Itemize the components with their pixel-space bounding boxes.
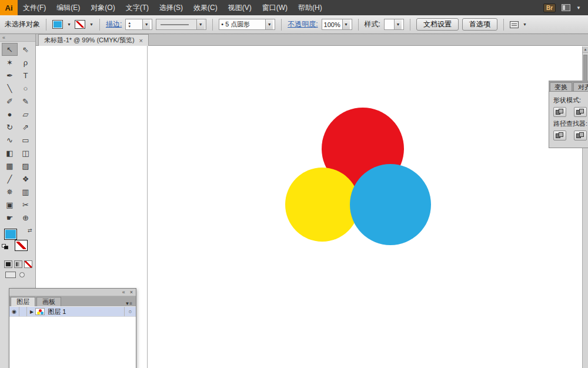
document-setup-button[interactable]: 文档设置 [416, 18, 459, 31]
tab-align[interactable]: 对齐 [573, 82, 588, 91]
menu-help[interactable]: 帮助(H) [293, 0, 328, 15]
stroke-indicator[interactable] [15, 240, 28, 251]
tab-transform[interactable]: 变换 [550, 82, 572, 91]
tool-symbol-sprayer[interactable]: ✵ [2, 185, 18, 198]
width-profile-caret-icon[interactable]: ▼ [196, 19, 204, 29]
fill-indicator[interactable] [4, 229, 17, 240]
menu-effect[interactable]: 效果(C) [188, 0, 223, 15]
tab-layers[interactable]: 图层 [11, 297, 35, 306]
brush-caret-icon[interactable]: ▼ [265, 19, 273, 29]
style-combo[interactable]: ▼ [384, 19, 404, 30]
width-profile-combo[interactable]: ▼ [156, 19, 206, 30]
visibility-eye-icon[interactable]: ◉ [9, 307, 19, 316]
tool-ellipse[interactable]: ○ [18, 82, 34, 95]
menu-object[interactable]: 对象(O) [85, 0, 120, 15]
fill-color-swatch[interactable] [52, 20, 63, 29]
toolbar-collapse-icon[interactable]: « [0, 34, 35, 42]
scroll-up-icon[interactable]: ▲ [583, 46, 588, 53]
stroke-caret-icon[interactable]: ▼ [89, 22, 93, 26]
width-profile-preview [161, 24, 189, 25]
menu-select[interactable]: 选择(S) [154, 0, 188, 15]
tool-artboard[interactable]: ▣ [2, 198, 18, 211]
brush-definition-combo[interactable]: • 5 点圆形 ▼ [219, 19, 275, 30]
layer-target-icon[interactable]: ○ [124, 307, 136, 316]
tool-rotate[interactable]: ↻ [2, 121, 18, 133]
tool-pencil[interactable]: ✎ [18, 95, 34, 108]
menu-view[interactable]: 视图(V) [223, 0, 257, 15]
panel-close-icon[interactable]: × [130, 289, 133, 295]
tool-blend[interactable]: ❖ [18, 172, 34, 185]
tool-type[interactable]: T [18, 69, 34, 82]
control-panel-menu-icon[interactable] [510, 21, 519, 28]
tool-scale[interactable]: ⇗ [18, 121, 34, 133]
tool-blob-brush[interactable]: ● [2, 108, 18, 121]
swap-fill-stroke-icon[interactable]: ⇄ [28, 228, 32, 233]
yellow-circle[interactable] [285, 168, 359, 242]
expand-arrow-icon[interactable]: ▶ [27, 309, 35, 315]
shape-mode-unite-button[interactable] [553, 107, 566, 117]
tab-artboards[interactable]: 画板 [36, 297, 61, 306]
layers-panel-titlebar: « × [9, 289, 136, 296]
tool-line-segment[interactable]: ╲ [2, 82, 18, 95]
opacity-link[interactable]: 不透明度: [288, 19, 318, 29]
tool-lasso[interactable]: ρ [18, 56, 34, 69]
close-icon[interactable]: × [139, 37, 143, 44]
tool-paintbrush[interactable]: ✐ [2, 95, 18, 108]
fill-caret-icon[interactable]: ▼ [67, 22, 71, 26]
tool-pen[interactable]: ✒ [2, 69, 18, 82]
menu-edit[interactable]: 编辑(E) [51, 0, 85, 15]
preferences-button[interactable]: 首选项 [462, 18, 497, 31]
tool-hand[interactable]: ☛ [2, 211, 18, 224]
gradient-button[interactable] [14, 260, 22, 268]
tool-zoom[interactable]: ⊕ [18, 211, 34, 224]
default-fill-stroke-icon[interactable] [2, 244, 9, 250]
none-button[interactable] [24, 260, 32, 268]
tool-free-transform[interactable]: ▭ [18, 133, 34, 146]
lock-cell[interactable] [19, 307, 27, 316]
control-panel-caret-icon[interactable]: ▼ [523, 22, 527, 26]
tool-gradient[interactable]: ▨ [18, 159, 34, 172]
stroke-weight-combo[interactable]: ▲▼ ▼ [125, 19, 152, 30]
tool-width[interactable]: ∿ [2, 133, 18, 146]
tool-column-graph[interactable]: ▥ [18, 185, 34, 198]
screen-mode-icon[interactable] [19, 272, 25, 277]
style-caret-icon[interactable]: ▼ [394, 19, 402, 29]
menu-window[interactable]: 窗口(W) [257, 0, 293, 15]
layer-row[interactable]: ◉ ▶ 图层 1 ○ [9, 307, 136, 317]
color-button[interactable] [4, 260, 12, 268]
blue-circle[interactable] [350, 164, 431, 245]
panel-menu-icon[interactable]: ▼≡ [125, 301, 135, 306]
tool-direct-selection[interactable]: ⇖ [18, 43, 34, 56]
tool-shape-builder[interactable]: ◧ [2, 146, 18, 159]
stroke-weight-link[interactable]: 描边: [106, 19, 122, 29]
fill-stroke-area: ⇄ [0, 226, 35, 259]
tool-mesh[interactable]: ▦ [2, 159, 18, 172]
workspace-caret-icon[interactable]: ▼ [576, 5, 581, 11]
stroke-spinner-icon[interactable]: ▲▼ [128, 21, 131, 28]
workspace-switcher-icon[interactable] [562, 4, 570, 11]
drawing-mode-icon[interactable] [5, 272, 16, 278]
stroke-weight-caret-icon[interactable]: ▼ [142, 19, 150, 29]
tool-selection[interactable]: ↖ [2, 43, 18, 56]
document-tab[interactable]: 未标题-1* @ 99% (CMYK/预览) × [38, 34, 149, 46]
panel-collapse-icon[interactable]: « [122, 289, 125, 295]
pathfinder-trim-button[interactable] [574, 131, 587, 140]
tool-eraser[interactable]: ▱ [18, 108, 34, 121]
tool-eyedropper[interactable]: ╱ [2, 172, 18, 185]
minus-front-icon [576, 109, 584, 115]
tool-slice[interactable]: ✂ [18, 198, 34, 211]
menu-file[interactable]: 文件(F) [18, 0, 51, 15]
layer-name[interactable]: 图层 1 [48, 307, 66, 316]
bridge-icon[interactable]: Br [543, 4, 556, 12]
opacity-caret-icon[interactable]: ▼ [342, 19, 350, 29]
tool-perspective-grid[interactable]: ◫ [18, 146, 34, 159]
menu-type[interactable]: 文字(T) [121, 0, 154, 15]
shape-mode-minus-front-button[interactable] [574, 107, 587, 117]
trim-icon [576, 132, 584, 139]
pathfinder-divide-button[interactable] [553, 131, 566, 140]
color-mode-row [0, 259, 35, 268]
stroke-color-swatch[interactable] [75, 20, 85, 29]
opacity-combo[interactable]: 100% ▼ [322, 19, 352, 30]
shape-modes-row [553, 107, 588, 117]
tool-magic-wand[interactable]: ✶ [2, 56, 18, 69]
